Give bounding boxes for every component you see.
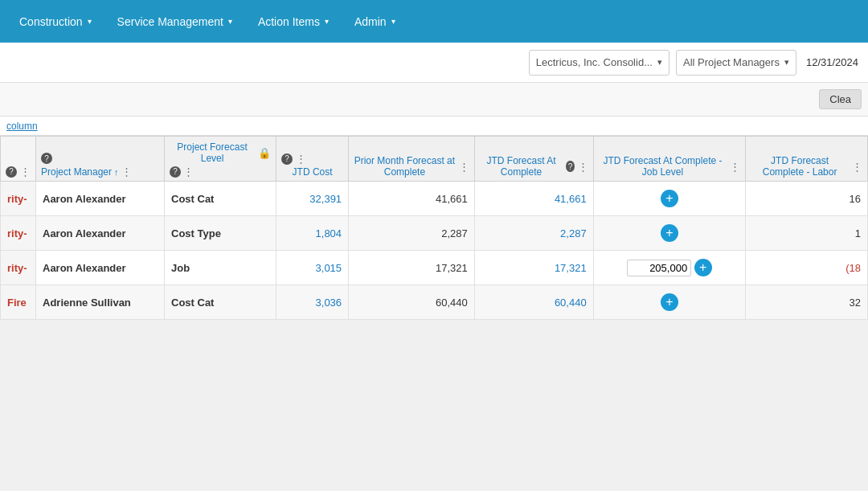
table-row: rity-Aaron AlexanderJob3,01517,32117,321… [1,251,868,285]
jtd-job-input[interactable] [627,260,691,276]
action-arrow-icon: ▾ [325,17,329,26]
table-wrapper: ? ⋮ ? Project Manager ↑ ⋮ [0,136,868,320]
menu-jtd-labor-icon[interactable]: ⋮ [852,161,862,173]
th-fl-label: Project Forecast Level [170,141,255,164]
menu-col0-icon[interactable]: ⋮ [20,166,31,178]
row-level: Cost Type [165,216,276,251]
row-prefix: rity- [7,193,27,205]
main-table: ? ⋮ ? Project Manager ↑ ⋮ [0,136,868,320]
table-row: rity-Aaron AlexanderCost Type1,8042,2872… [1,216,868,251]
row-prior-month: 41,661 [349,182,475,216]
help-icon-pm[interactable]: ? [41,153,52,164]
row-prefix: rity- [7,227,27,239]
clear-button[interactable]: Clea [819,89,862,109]
help-icon-fl[interactable]: ? [170,166,181,178]
row-jtd-labor: 32 [746,285,868,320]
nav-action-label: Action Items [258,15,320,28]
menu-prior-icon[interactable]: ⋮ [459,161,469,173]
row-jtd-labor: (18 [746,251,868,285]
th-prior-label: Prior Month Forecast at Complete [354,155,456,178]
row-jtd-labor: 1 [746,216,868,251]
row-prefix: Fire [7,297,27,309]
table-row: FireAdrienne SullivanCost Cat3,03660,440… [1,285,868,320]
th-jtd-fc-label: JTD Forecast At Complete [480,155,563,178]
row-prefix-cell: Fire [1,285,36,320]
th-jtd-labor-label: JTD Forecast Complete - Labor [751,155,849,178]
menu-jtd-icon[interactable]: ⋮ [296,153,306,165]
row-jtd-forecast: 2,287 [474,216,593,251]
row-jtd-job: + [593,182,746,216]
manager-dropdown-icon: ▾ [784,57,789,68]
th-jtd-labor: JTD Forecast Complete - Labor ⋮ [746,137,868,182]
nav-action-items[interactable]: Action Items ▾ [245,0,342,43]
table-body: rity-Aaron AlexanderCost Cat32,39141,661… [1,182,868,320]
th-pm-label: Project Manager [41,166,112,178]
row-level: Job [165,251,276,285]
row-jtd-forecast: 41,661 [474,182,593,216]
plus-button-job[interactable]: + [661,190,678,207]
row-manager: Adrienne Sullivan [36,285,165,320]
nav-admin[interactable]: Admin ▾ [342,0,408,43]
row-jtd-cost: 3,015 [276,251,349,285]
row-jtd-cost: 1,804 [276,216,349,251]
row-jtd-labor: 16 [746,182,868,216]
column-link-bar: column [0,117,868,136]
manager-filter-label: All Project Managers [683,56,780,68]
menu-jtd-fc-icon[interactable]: ⋮ [578,161,588,173]
menu-pm-icon[interactable]: ⋮ [121,166,132,178]
row-jtd-cost: 3,036 [276,285,349,320]
service-arrow-icon: ▾ [228,17,232,26]
row-level: Cost Cat [165,285,276,320]
company-filter-label: Lectricus, Inc. Consolid... [536,56,653,68]
construction-arrow-icon: ▾ [88,17,92,26]
nav-service-label: Service Management [117,15,223,28]
row-jtd-forecast: 17,321 [474,251,593,285]
help-icon-jtd-fc[interactable]: ? [566,161,574,172]
row-level: Cost Cat [165,182,276,216]
company-filter[interactable]: Lectricus, Inc. Consolid... ▾ [529,50,669,76]
menu-fl-icon[interactable]: ⋮ [183,166,194,178]
table-row: rity-Aaron AlexanderCost Cat32,39141,661… [1,182,868,216]
nav-construction-label: Construction [19,15,83,28]
row-prefix: rity- [7,262,27,274]
nav-service-management[interactable]: Service Management ▾ [104,0,245,43]
row-prefix-cell: rity- [1,182,36,216]
plus-button-job[interactable]: + [661,293,678,311]
nav-construction[interactable]: Construction ▾ [6,0,104,43]
row-manager: Aaron Alexander [36,216,165,251]
row-jtd-cost: 32,391 [276,182,349,216]
help-icon-col0[interactable]: ? [6,166,17,178]
th-jtd-forecast: JTD Forecast At Complete ? ⋮ [474,137,593,182]
date-filter: 12/31/2024 [803,56,862,68]
row-prefix-cell: rity- [1,251,36,285]
row-prior-month: 60,440 [349,285,475,320]
menu-jtd-job-icon[interactable]: ⋮ [730,161,740,173]
row-prior-month: 17,321 [349,251,475,285]
row-manager: Aaron Alexander [36,251,165,285]
th-jtd-cost: ? ⋮ JTD Cost [276,137,349,182]
row-manager: Aaron Alexander [36,182,165,216]
row-jtd-job: + [593,251,746,285]
column-link[interactable]: column [6,121,38,132]
sort-icon-pm[interactable]: ↑ [114,167,119,177]
nav-admin-label: Admin [354,15,387,28]
row-jtd-forecast: 60,440 [474,285,593,320]
plus-button-job[interactable]: + [694,259,712,276]
admin-arrow-icon: ▾ [391,17,395,26]
th-prior-month: Prior Month Forecast at Complete ⋮ [349,137,475,182]
row-prefix-cell: rity- [1,216,36,251]
help-icon-jtd[interactable]: ? [281,153,293,165]
th-jtd-job-label: JTD Forecast At Complete - Job Level [599,155,727,178]
row-jtd-job: + [593,216,746,251]
toolbar-bar: Clea [0,83,868,117]
filter-bar: Lectricus, Inc. Consolid... ▾ All Projec… [0,43,868,83]
navbar: Construction ▾ Service Management ▾ Acti… [0,0,868,43]
row-jtd-job: + [593,285,746,320]
th-jtd-job: JTD Forecast At Complete - Job Level ⋮ [593,137,746,182]
company-dropdown-icon: ▾ [657,57,662,68]
lock-icon: 🔒 [258,147,271,159]
manager-filter[interactable]: All Project Managers ▾ [676,50,796,76]
row-prior-month: 2,287 [349,216,475,251]
plus-button-job[interactable]: + [661,224,678,242]
th-col0: ? ⋮ [1,137,36,182]
